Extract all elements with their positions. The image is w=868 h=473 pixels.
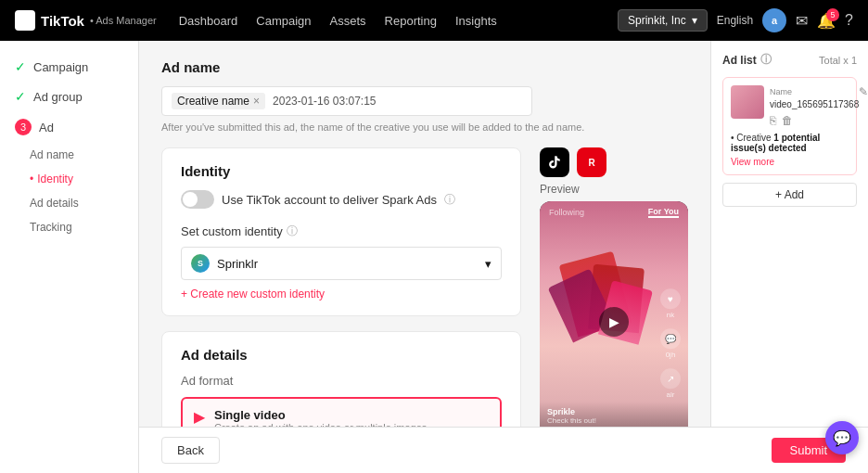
red-platform-icon[interactable]: R xyxy=(577,147,606,177)
check-icon-2: ✓ xyxy=(15,89,26,104)
nav-assets[interactable]: Assets xyxy=(330,14,366,28)
tag-close-icon[interactable]: × xyxy=(253,95,260,108)
nav-right: Sprinkit, Inc ▾ English a ✉ 🔔 5 ? xyxy=(618,8,853,32)
preview-label: Preview xyxy=(540,183,688,196)
notification-badge: 5 xyxy=(826,8,839,21)
nav-reporting[interactable]: Reporting xyxy=(385,14,437,28)
spark-ads-toggle-row: Use TikTok account to deliver Spark Ads … xyxy=(181,190,502,209)
following-tab[interactable]: Following xyxy=(549,208,584,217)
like-count: nk xyxy=(667,311,674,319)
edit-icon[interactable]: ✎ xyxy=(859,85,868,110)
language-selector[interactable]: English xyxy=(717,14,753,27)
for-you-tab[interactable]: For You xyxy=(648,207,679,218)
ad-name-title: Ad name xyxy=(161,59,688,75)
copy-icon[interactable]: ⎘ xyxy=(770,114,776,127)
preview-area: R Preview Following For You xyxy=(540,147,688,473)
sidebar-sub-addetails[interactable]: Ad details xyxy=(0,191,138,215)
info-icon-3: ⓘ xyxy=(760,52,772,68)
identity-select-left: S Sprinklr xyxy=(191,254,258,273)
chat-bubble[interactable]: 💬 xyxy=(825,421,859,454)
comment-icon: 💬 xyxy=(660,328,681,349)
ad-list-total: Total x 1 xyxy=(819,55,857,66)
add-ad-button[interactable]: + Add xyxy=(722,183,857,207)
share-action[interactable]: ↗ alr xyxy=(660,368,681,399)
ad-thumbnail xyxy=(731,85,764,119)
sidebar-sub-tracking[interactable]: Tracking xyxy=(0,215,138,239)
creative-name-tag: Creative name × xyxy=(172,93,265,109)
share-count: alr xyxy=(667,390,675,399)
right-panel: Ad list ⓘ Total x 1 Name video_165695117… xyxy=(710,41,868,473)
info-icon-2: ⓘ xyxy=(287,224,298,239)
nav-campaign[interactable]: Campaign xyxy=(256,14,311,28)
phone-right-actions: ♥ nk 💬 0jh ↗ alr xyxy=(660,288,681,399)
delete-icon[interactable]: 🗑 xyxy=(782,114,793,127)
ad-details-title: Ad details xyxy=(181,347,502,363)
ad-card-name: Name video_165695117368 xyxy=(770,85,859,110)
like-action[interactable]: ♥ nk xyxy=(660,288,681,319)
ad-name-hint: After you've submitted this ad, the name… xyxy=(161,121,688,133)
check-icon: ✓ xyxy=(15,59,26,74)
sidebar-label-campaign: Campaign xyxy=(33,60,88,74)
top-navigation: TikTok • Ads Manager Dashboard Campaign … xyxy=(0,0,868,41)
ads-manager-text: • Ads Manager xyxy=(90,15,157,26)
logo-text: TikTok xyxy=(41,13,84,29)
phone-username: Sprikle xyxy=(547,407,681,416)
creative-warning: • Creative 1 potential issue(s) detected xyxy=(731,133,849,153)
content-main: Identity Use TikTok account to deliver S… xyxy=(161,147,521,473)
sidebar-label-ad: Ad xyxy=(39,121,54,134)
sidebar-item-adgroup[interactable]: ✓ Ad group xyxy=(0,82,138,111)
sprinklr-avatar: S xyxy=(191,254,210,273)
notification-icon[interactable]: 🔔 5 xyxy=(817,12,836,30)
tiktok-icon xyxy=(15,10,35,31)
phone-desc: Check this out! xyxy=(547,416,681,425)
spark-ads-label: Use TikTok account to deliver Spark Ads xyxy=(222,193,437,207)
share-icon: ↗ xyxy=(660,368,681,389)
logo: TikTok • Ads Manager xyxy=(15,10,157,31)
spark-ads-toggle[interactable] xyxy=(181,190,214,209)
sidebar-item-ad[interactable]: 3 Ad xyxy=(0,111,138,143)
tiktok-platform-icon[interactable] xyxy=(540,147,569,177)
phone-preview: Following For You ▶ ♥ nk 💬 0jh xyxy=(540,201,688,442)
ad-list-title: Ad list ⓘ xyxy=(722,52,772,68)
view-more-link[interactable]: View more xyxy=(731,157,849,167)
comment-action[interactable]: 💬 0jh xyxy=(660,328,681,359)
account-selector[interactable]: Sprinkit, Inc ▾ xyxy=(618,9,708,32)
sidebar-sub-identity[interactable]: Identity xyxy=(0,167,138,191)
identity-card: Identity Use TikTok account to deliver S… xyxy=(161,147,521,316)
ad-name-section: Ad name Creative name × 2023-01-16 03:07… xyxy=(161,59,688,133)
play-button[interactable]: ▶ xyxy=(599,307,629,337)
panel-header: Ad list ⓘ Total x 1 xyxy=(722,52,857,68)
sidebar-item-campaign[interactable]: ✓ Campaign xyxy=(0,52,138,82)
identity-select[interactable]: S Sprinklr ▾ xyxy=(181,247,502,280)
chat-icon: 💬 xyxy=(833,429,851,447)
mail-icon[interactable]: ✉ xyxy=(796,12,808,30)
avatar[interactable]: a xyxy=(762,8,786,32)
platform-icons: R xyxy=(540,147,688,177)
sidebar-sub-adname[interactable]: Ad name xyxy=(0,143,138,167)
chevron-down-icon: ▾ xyxy=(692,14,697,27)
ad-format-label: Ad format xyxy=(181,374,502,388)
format-single-video-title: Single video xyxy=(214,408,427,422)
identity-and-preview: Identity Use TikTok account to deliver S… xyxy=(161,147,688,473)
create-identity-link[interactable]: + Create new custom identity xyxy=(181,288,502,300)
nav-dashboard[interactable]: Dashboard xyxy=(179,14,238,28)
sidebar: ✓ Campaign ✓ Ad group 3 Ad Ad name Ident… xyxy=(0,41,139,473)
phone-top-bar: Following For You xyxy=(540,201,688,224)
single-video-icon: ▶ xyxy=(194,408,205,426)
ad-name-input-row: Creative name × 2023-01-16 03:07:15 xyxy=(161,86,532,116)
tag-label: Creative name xyxy=(177,95,249,108)
info-icon: ⓘ xyxy=(444,192,455,208)
ad-card-info: Name video_165695117368 ✎ ⎘ 🗑 xyxy=(770,85,868,127)
ad-card-actions: ⎘ 🗑 xyxy=(770,114,868,127)
sidebar-label-adgroup: Ad group xyxy=(33,90,83,104)
back-button[interactable]: Back xyxy=(161,437,220,464)
ad-card: Name video_165695117368 ✎ ⎘ 🗑 • Creative… xyxy=(722,77,857,175)
help-icon[interactable]: ? xyxy=(845,12,853,29)
ad-name-date: 2023-01-16 03:07:15 xyxy=(273,95,376,108)
custom-identity-label: Set custom identity ⓘ xyxy=(181,224,502,239)
chevron-down-icon-2: ▾ xyxy=(485,257,491,271)
nav-links: Dashboard Campaign Assets Reporting Insi… xyxy=(179,14,595,28)
step-number: 3 xyxy=(15,119,32,135)
nav-insights[interactable]: Insights xyxy=(455,14,497,28)
ad-card-top: Name video_165695117368 ✎ ⎘ 🗑 xyxy=(731,85,849,127)
